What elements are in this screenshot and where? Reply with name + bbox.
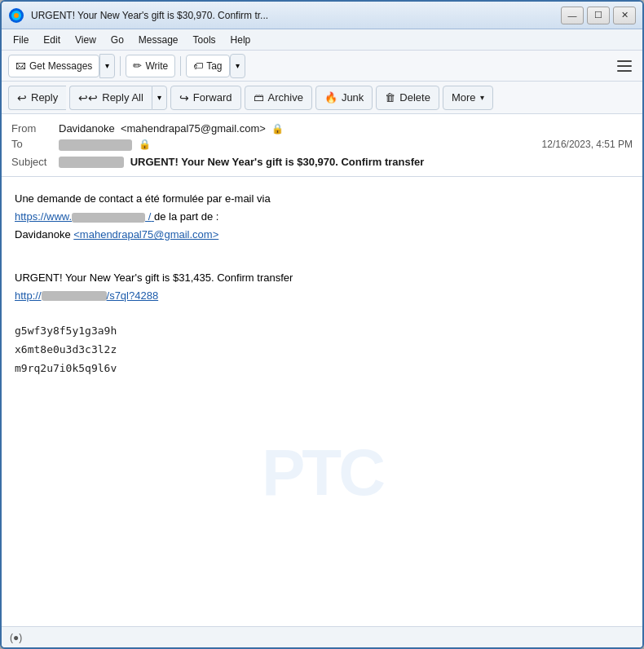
reply-icon: ↩ bbox=[17, 91, 27, 104]
write-icon: ✏ bbox=[133, 60, 142, 72]
delete-button[interactable]: 🗑 Delete bbox=[376, 86, 439, 110]
statusbar: (●) bbox=[2, 626, 642, 647]
code-block: g5wf3y8f5y1g3a9h x6mt8e0u3d3c3l2z m9rq2u… bbox=[15, 321, 629, 378]
link2-suffix: /s7ql?4288 bbox=[107, 289, 159, 302]
more-group: More ▾ bbox=[443, 86, 493, 110]
menu-edit[interactable]: Edit bbox=[37, 33, 67, 47]
email-date: 12/16/2023, 4:51 PM bbox=[542, 139, 633, 150]
security-icon: 🔒 bbox=[271, 123, 284, 135]
hamburger-line-1 bbox=[617, 60, 632, 62]
delete-group: 🗑 Delete bbox=[376, 86, 439, 110]
chevron-down-icon-2: ▾ bbox=[236, 61, 240, 70]
chevron-down-icon-3: ▾ bbox=[157, 93, 161, 102]
reply-all-dropdown[interactable]: ▾ bbox=[152, 86, 167, 110]
minimize-button[interactable]: — bbox=[561, 7, 584, 24]
menu-go[interactable]: Go bbox=[104, 33, 130, 47]
urgent-text: URGENT! Your New Year's gift is $31,435.… bbox=[15, 272, 293, 284]
window-title: URGENT! Your New Year's gift is $30,970.… bbox=[31, 10, 561, 21]
body-text-1: Une demande de contact a été formulée pa… bbox=[15, 192, 271, 205]
reply-label: Reply bbox=[31, 91, 58, 104]
body-urgent: URGENT! Your New Year's gift is $31,435.… bbox=[15, 250, 629, 304]
body-link1[interactable]: https://www. / bbox=[15, 210, 154, 223]
to-value: 🔒 bbox=[59, 138, 542, 151]
code-line-1: g5wf3y8f5y1g3a9h bbox=[15, 321, 629, 340]
forward-icon: ↪ bbox=[179, 91, 189, 104]
hamburger-line-2 bbox=[617, 65, 632, 67]
subject-text: URGENT! Your New Year's gift is $30,970.… bbox=[130, 156, 425, 168]
toolbar-separator-1 bbox=[120, 56, 121, 76]
email-header: From Davidanoke <mahendrapal75@gmail.com… bbox=[2, 114, 642, 177]
chevron-down-icon: ▾ bbox=[105, 61, 109, 70]
menu-view[interactable]: View bbox=[68, 33, 103, 47]
reply-button[interactable]: ↩ Reply bbox=[8, 86, 66, 110]
actionbar: ↩ Reply ↩↩ Reply All ▾ ↪ Forward 🗃 Archi… bbox=[2, 82, 642, 114]
archive-label: Archive bbox=[268, 91, 303, 104]
tag-button[interactable]: 🏷 Tag bbox=[186, 55, 229, 77]
body-text-2: de la part de : bbox=[154, 210, 219, 223]
body-sender-name: Davidanoke bbox=[15, 228, 71, 241]
status-icon: (●) bbox=[10, 632, 22, 643]
to-row: To 🔒 12/16/2023, 4:51 PM bbox=[11, 136, 633, 152]
to-label: To bbox=[11, 138, 59, 150]
from-row: From Davidanoke <mahendrapal75@gmail.com… bbox=[11, 121, 633, 136]
reply-all-group: ↩↩ Reply All ▾ bbox=[69, 86, 167, 110]
body-link2[interactable]: http:///s7ql?4288 bbox=[15, 289, 158, 302]
more-button[interactable]: More ▾ bbox=[443, 86, 493, 110]
svg-point-2 bbox=[14, 13, 19, 18]
get-messages-button[interactable]: 🖂 Get Messages bbox=[8, 55, 99, 77]
subject-row: Subject URGENT! Your New Year's gift is … bbox=[11, 152, 633, 170]
hamburger-line-3 bbox=[617, 70, 632, 72]
from-name: Davidanoke bbox=[59, 122, 115, 135]
reply-group: ↩ Reply bbox=[8, 86, 66, 110]
menu-file[interactable]: File bbox=[7, 33, 35, 47]
body-sender-email[interactable]: <mahendrapal75@gmail.com> bbox=[73, 228, 218, 241]
chevron-down-icon-4: ▾ bbox=[480, 93, 484, 102]
reply-all-icon: ↩↩ bbox=[78, 91, 98, 104]
archive-icon: 🗃 bbox=[254, 91, 264, 104]
tag-group: 🏷 Tag ▾ bbox=[186, 54, 245, 78]
menu-tools[interactable]: Tools bbox=[187, 33, 223, 47]
titlebar: URGENT! Your New Year's gift is $30,970.… bbox=[2, 2, 642, 29]
delete-icon: 🗑 bbox=[385, 91, 395, 104]
junk-label: Junk bbox=[342, 91, 364, 104]
toolbar: 🖂 Get Messages ▾ ✏ Write 🏷 Tag ▾ bbox=[2, 51, 642, 82]
get-messages-label: Get Messages bbox=[29, 60, 92, 72]
junk-button[interactable]: 🔥 Junk bbox=[315, 86, 373, 110]
code-line-2: x6mt8e0u3d3c3l2z bbox=[15, 340, 629, 359]
tag-icon: 🏷 bbox=[193, 60, 203, 72]
email-body: PTC Une demande de contact a été formulé… bbox=[2, 177, 642, 626]
junk-group: 🔥 Junk bbox=[315, 86, 373, 110]
subject-blurred bbox=[59, 157, 124, 168]
subject-label: Subject bbox=[11, 156, 59, 168]
tag-label: Tag bbox=[206, 60, 222, 72]
menu-message[interactable]: Message bbox=[132, 33, 185, 47]
menu-help[interactable]: Help bbox=[224, 33, 258, 47]
archive-button[interactable]: 🗃 Archive bbox=[245, 86, 312, 110]
to-security-icon: 🔒 bbox=[139, 139, 151, 150]
archive-group: 🗃 Archive bbox=[245, 86, 312, 110]
get-messages-group: 🖂 Get Messages ▾ bbox=[8, 54, 115, 78]
write-label: Write bbox=[145, 60, 168, 72]
write-button[interactable]: ✏ Write bbox=[126, 55, 175, 77]
tag-dropdown[interactable]: ▾ bbox=[230, 54, 245, 78]
get-messages-dropdown[interactable]: ▾ bbox=[99, 54, 115, 78]
more-label: More bbox=[452, 91, 476, 104]
body-line1: Une demande de contact a été formulée pa… bbox=[15, 190, 629, 244]
hamburger-button[interactable] bbox=[613, 55, 636, 77]
junk-icon: 🔥 bbox=[324, 91, 337, 104]
get-messages-icon: 🖂 bbox=[15, 60, 26, 72]
toolbar-separator-2 bbox=[180, 56, 181, 76]
link1-suffix-text: / bbox=[145, 210, 151, 223]
menubar: File Edit View Go Message Tools Help bbox=[2, 29, 642, 51]
close-button[interactable]: ✕ bbox=[613, 7, 636, 24]
code-line-3: m9rq2u7i0k5q9l6v bbox=[15, 359, 629, 377]
reply-all-button[interactable]: ↩↩ Reply All bbox=[69, 86, 152, 110]
reply-all-label: Reply All bbox=[102, 91, 143, 104]
to-blurred bbox=[59, 139, 132, 151]
forward-button[interactable]: ↪ Forward bbox=[170, 86, 241, 110]
forward-label: Forward bbox=[193, 91, 232, 104]
delete-label: Delete bbox=[399, 91, 430, 104]
maximize-button[interactable]: ☐ bbox=[587, 7, 610, 24]
watermark: PTC bbox=[262, 417, 382, 528]
from-email: <mahendrapal75@gmail.com> bbox=[121, 122, 266, 135]
